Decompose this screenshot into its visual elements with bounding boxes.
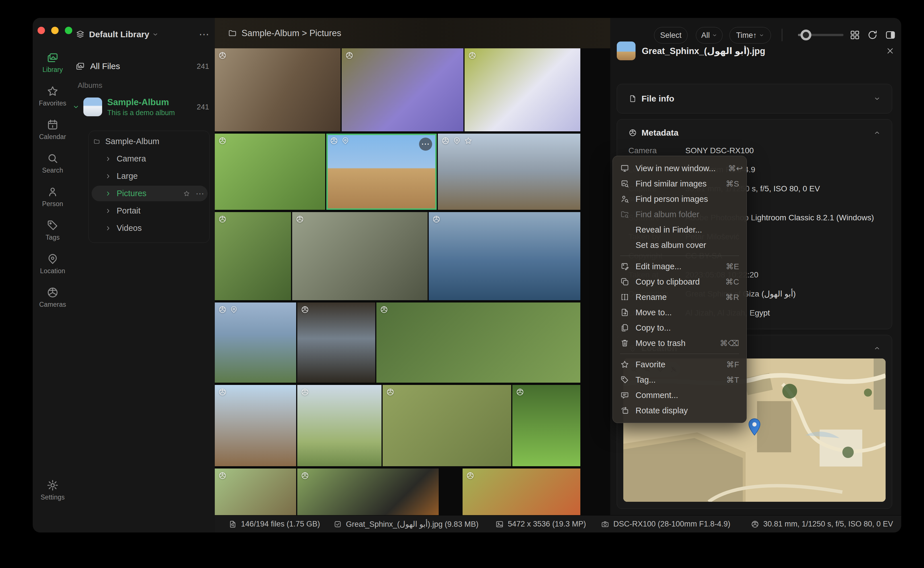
chevron-down-icon <box>152 31 159 38</box>
tree-item-label: Pictures <box>117 189 147 198</box>
chevron-right-icon <box>105 190 112 197</box>
photo-tile[interactable]: ⋯ <box>215 302 296 383</box>
copy-icon <box>620 277 629 286</box>
sidebar-item-all-files[interactable]: All Files 241 <box>76 57 209 76</box>
menu-item-edit-image[interactable]: Edit image...⌘E <box>613 259 747 274</box>
chevron-down-icon[interactable] <box>73 103 79 110</box>
album-cover-thumbnail <box>83 98 102 116</box>
menu-shortcut: ⌘S <box>726 179 739 189</box>
menu-item-find-person-images[interactable]: Find person images <box>613 191 747 207</box>
tree-item-more-button[interactable]: ⋯ <box>196 189 205 198</box>
library-switcher[interactable]: Default Library ⋯ <box>76 25 209 44</box>
image-icon <box>495 520 504 529</box>
chevron-down-icon[interactable] <box>874 95 880 102</box>
aperture-badge-icon <box>218 471 227 480</box>
aperture-icon <box>751 520 759 529</box>
photo-tile[interactable]: ⋯ <box>429 212 580 300</box>
tile-more-button[interactable]: ⋯ <box>419 137 432 151</box>
photo-tile[interactable]: ⋯ <box>297 468 439 515</box>
photo-tile[interactable]: ⋯ <box>376 302 580 383</box>
photo-tile[interactable]: ⋯ <box>215 134 325 210</box>
menu-item-favorite[interactable]: Favorite⌘F <box>613 357 747 372</box>
photo-tile[interactable]: ⋯ <box>512 385 580 466</box>
photo-tile[interactable]: ⋯ <box>215 48 341 131</box>
sidebar-item-calendar[interactable]: Calendar <box>33 119 73 141</box>
tree-item-label: Portait <box>117 206 141 216</box>
photo-tile[interactable]: ⋯ <box>215 385 296 466</box>
tree-item-pictures-selected[interactable]: Pictures ⋯ <box>89 185 209 202</box>
menu-item-rename[interactable]: Rename⌘R <box>613 289 747 305</box>
photo-tile[interactable]: ⋯ <box>463 468 580 515</box>
zoom-window-button[interactable] <box>65 27 72 34</box>
menu-item-label: Rotate display <box>636 406 688 415</box>
sidebar-item-favorites[interactable]: Favorites <box>33 85 73 107</box>
sidebar-item-cameras[interactable]: Cameras <box>33 286 73 308</box>
menu-item-comment[interactable]: Comment... <box>613 387 747 403</box>
tree-root-sample-album[interactable]: Sample-Album <box>89 133 209 150</box>
app-window: Library Favorites Calendar Search Person… <box>33 18 901 532</box>
aperture-badge-icon <box>218 51 227 60</box>
status-bar: 146/194 files (1.75 GB) Great_Sphinx_(أب… <box>215 515 901 532</box>
tree-item-label: Videos <box>117 224 142 233</box>
tree-item-videos[interactable]: Videos <box>89 219 209 237</box>
menu-item-label: Find similar images <box>636 179 707 189</box>
file-info-section[interactable]: File info <box>617 84 892 113</box>
menu-item-copy-to-clipboard[interactable]: Copy to clipboard⌘C <box>613 274 747 289</box>
menu-item-tag[interactable]: Tag...⌘T <box>613 372 747 387</box>
menu-item-copy-to[interactable]: Copy to... <box>613 320 747 335</box>
menu-item-reveal-in-finder[interactable]: Reveal in Finder... <box>613 222 747 237</box>
sidebar-item-settings[interactable]: Settings <box>33 479 73 501</box>
status-file-count-text: 146/194 files (1.75 GB) <box>241 520 320 529</box>
layers-icon <box>76 30 85 39</box>
sidebar-item-search[interactable]: Search <box>33 152 73 174</box>
library-more-button[interactable]: ⋯ <box>199 29 209 39</box>
photo-tile[interactable]: ⋯ <box>342 48 464 131</box>
location-pin-icon <box>46 253 59 265</box>
photo-tile[interactable]: ⋯ <box>438 134 580 210</box>
menu-item-view-in-new-window[interactable]: View in new window...⌘↩ <box>613 161 747 176</box>
menu-item-move-to-trash[interactable]: Move to trash⌘⌫ <box>613 335 747 351</box>
photo-tile[interactable]: ⋯ <box>383 385 511 466</box>
photo-tile[interactable]: ⋯ <box>215 468 296 515</box>
sidebar-item-library[interactable]: Library <box>33 51 73 74</box>
aperture-badge-icon <box>218 305 227 314</box>
photo-tile[interactable]: ⋯ <box>465 48 580 131</box>
photo-tile[interactable]: ⋯ <box>297 302 375 383</box>
close-icon[interactable] <box>886 46 895 56</box>
checkbox-icon <box>333 520 342 529</box>
status-camera: DSC-RX100 (28-100mm F1.8-4.9) <box>601 515 730 532</box>
close-window-button[interactable] <box>38 27 45 34</box>
menu-divider <box>620 255 739 256</box>
photo-tile[interactable]: ⋯ <box>326 134 437 210</box>
photo-tile[interactable]: ⋯ <box>215 212 291 300</box>
tag-icon <box>620 375 629 384</box>
menu-item-find-similar-images[interactable]: Find similar images⌘S <box>613 176 747 191</box>
folder-icon <box>93 138 100 145</box>
aperture-badge-icon <box>295 215 304 224</box>
file-move-icon <box>620 308 629 317</box>
metadata-value: SONY DSC-RX100 <box>685 145 754 156</box>
folder-search-icon <box>620 210 629 219</box>
chevron-up-icon[interactable] <box>874 345 880 352</box>
photo-tile[interactable]: ⋯ <box>292 212 427 300</box>
library-icon <box>46 51 59 64</box>
menu-item-set-as-album-cover[interactable]: Set as album cover <box>613 237 747 253</box>
aperture-badge-icon <box>468 51 477 60</box>
tree-item-camera[interactable]: Camera <box>89 150 209 168</box>
sidebar-item-tags[interactable]: Tags <box>33 219 73 241</box>
star-icon[interactable] <box>183 190 190 197</box>
minimize-window-button[interactable] <box>51 27 59 34</box>
tree-item-large[interactable]: Large <box>89 168 209 185</box>
menu-item-rotate-display[interactable]: Rotate display <box>613 403 747 418</box>
sidebar-item-label: Tags <box>45 234 59 241</box>
photo-tile[interactable]: ⋯ <box>297 385 382 466</box>
menu-item-move-to[interactable]: Move to... <box>613 305 747 320</box>
sidebar-item-person[interactable]: Person <box>33 186 73 208</box>
album-row-sample-album[interactable]: Sample-Album This is a demo album 241 <box>73 94 209 120</box>
album-description: This is a demo album <box>107 109 175 117</box>
chevron-up-icon[interactable] <box>874 129 880 136</box>
rename-icon <box>620 293 629 302</box>
tree-item-portait[interactable]: Portait <box>89 202 209 219</box>
aperture-badge-icon <box>345 51 354 60</box>
sidebar-item-location[interactable]: Location <box>33 253 73 275</box>
